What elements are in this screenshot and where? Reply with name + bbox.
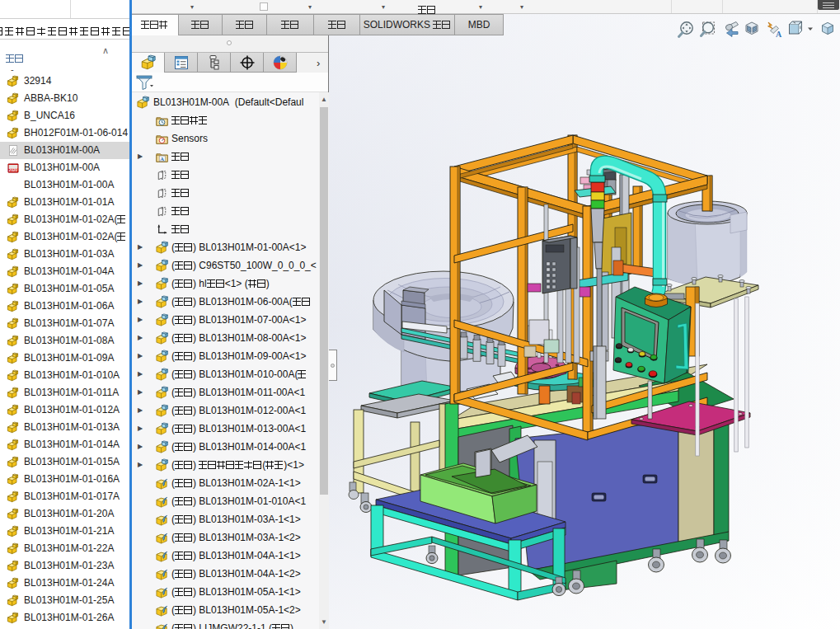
svg-text:A: A [776,30,782,39]
